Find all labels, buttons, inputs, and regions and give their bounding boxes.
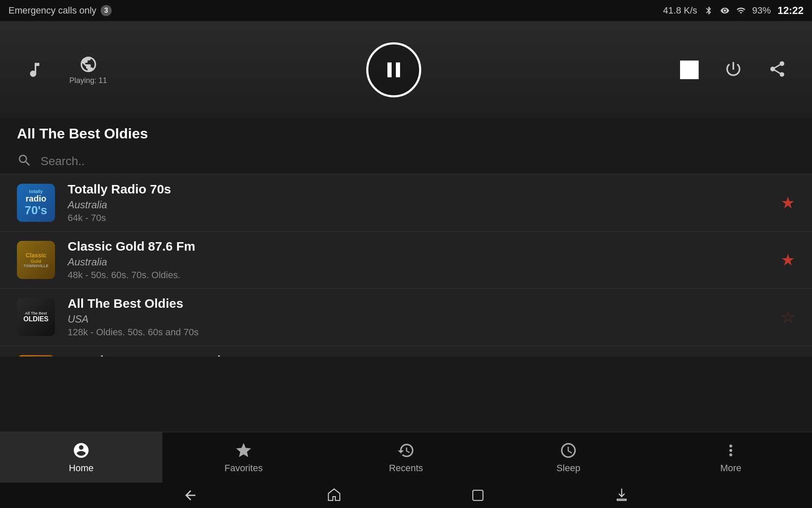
- station-meta: 128k - Oldies. 50s. 60s and 70s: [68, 327, 768, 338]
- status-time: 12:22: [778, 5, 804, 17]
- station-logo: All The BestOLDIES: [17, 298, 55, 336]
- favorite-star[interactable]: ☆: [781, 308, 795, 326]
- station-name: Classic Gold 87.6 Fm: [68, 239, 768, 254]
- favorite-star[interactable]: ★: [781, 193, 795, 212]
- current-station-title: All The Best Oldies: [0, 119, 812, 149]
- playing-label: Playing: 11: [69, 76, 107, 85]
- station-country: Australia: [68, 199, 768, 211]
- station-meta: 64k - 70s: [68, 213, 768, 224]
- station-item[interactable]: All The BestOLDIES All The Best Oldies U…: [0, 289, 812, 346]
- player-area: Playing: 11: [0, 21, 812, 119]
- nav-sleep[interactable]: Sleep: [487, 432, 650, 483]
- station-country: Australia: [68, 256, 768, 268]
- station-logo: totallyradio70's: [17, 184, 55, 222]
- stop-button[interactable]: [680, 61, 699, 79]
- pause-button[interactable]: [366, 42, 421, 97]
- favorite-star[interactable]: ★: [781, 251, 795, 269]
- nav-more-label: More: [720, 463, 741, 474]
- nav-more[interactable]: More: [650, 432, 812, 483]
- nav-favorites[interactable]: Favorites: [162, 432, 325, 483]
- station-item[interactable]: totallyradio70's Totally Radio 70s Austr…: [0, 174, 812, 232]
- nav-favorites-label: Favorites: [225, 463, 263, 474]
- system-back-button[interactable]: [182, 487, 199, 504]
- station-item[interactable]: ClassicGoldTOWNSVILLE Classic Gold 87.6 …: [0, 232, 812, 289]
- share-icon[interactable]: [768, 60, 787, 80]
- bottom-nav: Home Favorites Recents Sleep More: [0, 432, 812, 483]
- search-bar: [0, 149, 812, 174]
- eye-icon: [720, 6, 730, 15]
- search-input[interactable]: [41, 155, 795, 168]
- station-country: USA: [68, 313, 768, 325]
- station-meta: 48k - 50s. 60s. 70s. Oldies.: [68, 270, 768, 281]
- bluetooth-icon: [704, 6, 713, 15]
- nav-home[interactable]: Home: [0, 432, 162, 483]
- station-name: Totally Radio 70s: [68, 182, 768, 196]
- station-info: Totally Radio 70s Australia 64k - 70s: [68, 182, 768, 224]
- nav-sleep-label: Sleep: [557, 463, 580, 474]
- wifi-icon: [736, 6, 746, 15]
- search-icon: [17, 153, 32, 170]
- station-logo: ClassicGoldTOWNSVILLE: [17, 241, 55, 279]
- emergency-text: Emergency calls only: [8, 5, 96, 16]
- system-home-button[interactable]: [326, 487, 343, 504]
- station-logo: America'sGREATEST70sHits: [17, 355, 55, 356]
- station-info: All The Best Oldies USA 128k - Oldies. 5…: [68, 296, 768, 338]
- music-icon[interactable]: [25, 61, 44, 79]
- svg-rect-0: [473, 490, 483, 500]
- battery-level: 93%: [752, 5, 771, 16]
- station-name: All The Best Oldies: [68, 296, 768, 311]
- station-info: Americas Greatest 70s Hits USA 128k - 70…: [68, 353, 768, 356]
- station-list: totallyradio70's Totally Radio 70s Austr…: [0, 174, 812, 356]
- station-info: Classic Gold 87.6 Fm Australia 48k - 50s…: [68, 239, 768, 281]
- status-bar: Emergency calls only 3 41.8 K/s 93% 12:2…: [0, 0, 812, 21]
- notification-badge: 3: [101, 5, 112, 16]
- nav-recents-label: Recents: [389, 463, 423, 474]
- system-nav: [0, 483, 812, 508]
- power-icon[interactable]: [724, 60, 743, 80]
- nav-home-label: Home: [69, 463, 94, 474]
- system-download-button[interactable]: [613, 487, 630, 504]
- system-recents-button[interactable]: [469, 487, 486, 504]
- station-name: Americas Greatest 70s Hits: [68, 353, 768, 356]
- globe-icon[interactable]: Playing: 11: [69, 55, 107, 85]
- network-speed: 41.8 K/s: [663, 5, 697, 16]
- nav-recents[interactable]: Recents: [325, 432, 487, 483]
- station-item[interactable]: America'sGREATEST70sHits Americas Greate…: [0, 346, 812, 356]
